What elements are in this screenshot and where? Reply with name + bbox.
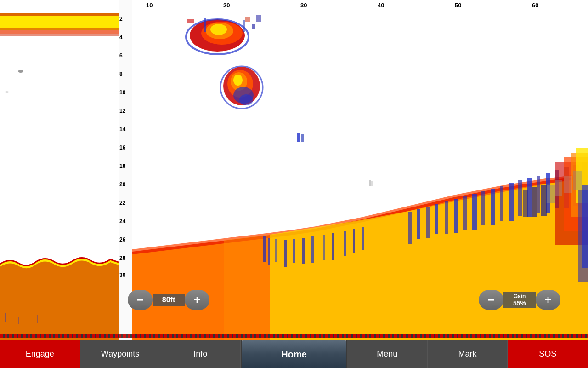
depth-28ft: 28 (119, 255, 125, 261)
svg-rect-9 (51, 318, 51, 324)
svg-rect-72 (573, 171, 582, 190)
svg-rect-1 (0, 13, 119, 16)
svg-rect-40 (323, 235, 325, 260)
engage-button[interactable]: Engage (0, 340, 80, 368)
range-value: 80ft (153, 294, 185, 306)
left-sonar-panel (0, 0, 119, 340)
svg-rect-69 (546, 185, 555, 203)
svg-rect-52 (472, 194, 477, 230)
svg-rect-30 (301, 134, 304, 142)
svg-rect-8 (37, 315, 38, 323)
dist-30: 30 (300, 2, 307, 9)
depth-10ft: 10 (119, 90, 125, 95)
svg-rect-39 (311, 236, 314, 263)
dist-50: 50 (455, 2, 461, 9)
depth-14ft: 14 (119, 126, 125, 132)
svg-rect-51 (463, 196, 467, 230)
depth-30ft: 30 (119, 272, 125, 278)
dist-40: 40 (378, 2, 384, 9)
svg-point-5 (5, 91, 9, 93)
svg-rect-44 (362, 227, 364, 250)
svg-rect-34 (268, 238, 270, 265)
gain-title: Gain (508, 293, 531, 299)
depth-2ft: 2 (119, 16, 123, 22)
svg-rect-6 (5, 313, 6, 322)
svg-point-25 (233, 75, 243, 86)
gain-increase-button[interactable]: + (536, 290, 560, 310)
range-decrease-button[interactable]: − (128, 290, 153, 310)
svg-rect-37 (293, 239, 295, 263)
svg-rect-18 (252, 24, 255, 29)
depth-18ft: 18 (119, 163, 125, 169)
svg-rect-49 (445, 201, 448, 234)
range-increase-button[interactable]: + (185, 290, 209, 310)
dist-20: 20 (223, 2, 230, 9)
svg-rect-33 (263, 236, 266, 262)
distance-scale: 10 20 30 40 50 60 70 (132, 0, 588, 10)
svg-rect-19 (256, 15, 261, 22)
svg-rect-7 (18, 317, 19, 324)
svg-rect-35 (275, 239, 277, 262)
svg-rect-48 (435, 204, 438, 234)
svg-rect-77 (582, 185, 588, 268)
depth-scale: 2 4 6 8 10 12 14 16 18 20 22 24 26 28 30 (119, 0, 132, 340)
svg-rect-43 (353, 229, 355, 253)
svg-rect-16 (187, 19, 194, 23)
svg-rect-54 (491, 189, 495, 225)
svg-rect-71 (564, 176, 572, 193)
svg-rect-46 (417, 209, 420, 239)
gain-control: − Gain 55% + (479, 290, 560, 310)
right-dots-divider (119, 334, 588, 338)
svg-rect-32 (371, 181, 373, 186)
svg-rect-31 (369, 180, 371, 186)
svg-rect-45 (408, 212, 412, 244)
depth-22ft: 22 (119, 200, 125, 206)
svg-point-4 (18, 70, 23, 73)
sonar-container: 2 4 6 8 10 12 14 16 18 20 22 24 26 28 30… (0, 0, 588, 340)
svg-rect-36 (284, 240, 287, 267)
svg-rect-70 (555, 180, 562, 196)
svg-rect-41 (332, 233, 334, 260)
depth-6ft: 6 (119, 53, 123, 58)
mark-button[interactable]: Mark (428, 340, 508, 368)
svg-rect-42 (344, 231, 346, 256)
svg-rect-75 (541, 185, 547, 216)
svg-rect-21 (243, 20, 245, 32)
depth-4ft: 4 (119, 34, 123, 40)
svg-rect-55 (500, 186, 503, 221)
gain-decrease-button[interactable]: − (479, 290, 503, 310)
depth-20ft: 20 (119, 182, 125, 187)
left-dots-divider (0, 334, 119, 338)
bottom-nav-bar: Engage Waypoints Info Home Menu Mark SOS (0, 340, 588, 368)
svg-rect-50 (454, 199, 458, 233)
gain-value: 55% (508, 299, 531, 307)
depth-16ft: 16 (119, 145, 125, 150)
dist-10: 10 (146, 2, 153, 9)
depth-8ft: 8 (119, 71, 123, 77)
svg-rect-74 (532, 187, 537, 217)
svg-rect-20 (204, 18, 206, 32)
svg-rect-56 (509, 183, 514, 221)
depth-12ft: 12 (119, 108, 125, 114)
svg-point-14 (210, 24, 227, 35)
home-button[interactable]: Home (242, 340, 346, 368)
svg-point-28 (239, 94, 253, 105)
sos-button[interactable]: SOS (508, 340, 588, 368)
range-control: − 80ft + (128, 290, 209, 310)
svg-rect-29 (297, 133, 300, 142)
svg-rect-47 (426, 207, 430, 238)
waypoints-button[interactable]: Waypoints (80, 340, 161, 368)
svg-rect-53 (481, 191, 485, 225)
svg-rect-73 (523, 190, 528, 217)
svg-rect-38 (302, 238, 305, 264)
svg-rect-3 (0, 30, 119, 34)
depth-24ft: 24 (119, 218, 125, 224)
svg-rect-57 (518, 180, 522, 216)
depth-26ft: 26 (119, 237, 125, 242)
gain-label-box: Gain 55% (503, 292, 536, 308)
svg-rect-17 (245, 17, 250, 22)
menu-button[interactable]: Menu (347, 340, 428, 368)
info-button[interactable]: Info (160, 340, 241, 368)
dist-60: 60 (532, 2, 538, 9)
